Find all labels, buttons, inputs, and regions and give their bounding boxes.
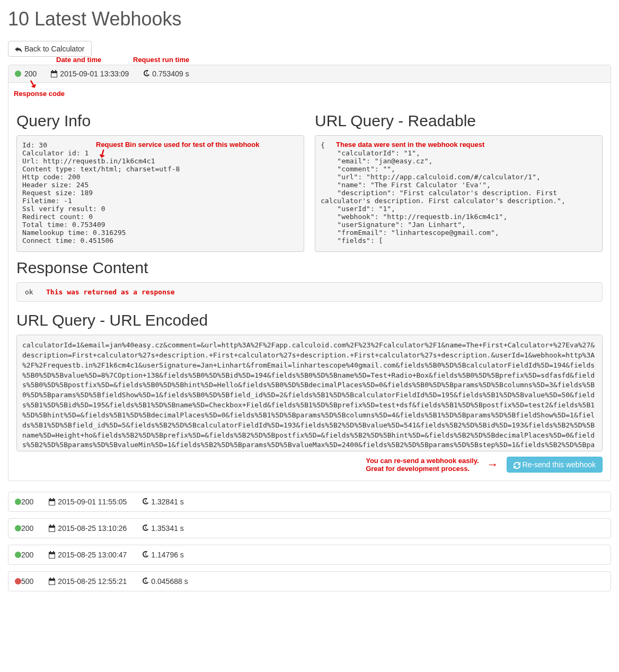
url-encoded-heading: URL Query - URL Encoded xyxy=(16,311,603,329)
annotation-request-bin: Request Bin service used for test of thi… xyxy=(96,141,259,149)
query-info-textarea[interactable] xyxy=(16,135,304,252)
status-dot-icon xyxy=(15,71,21,77)
arrow-right-icon: → xyxy=(487,458,499,472)
annotation-runtime: Request run time xyxy=(133,56,189,64)
annotation-datetime: Date and time xyxy=(56,56,101,64)
annotation-resend-2: Great for development process. xyxy=(366,465,479,473)
status-dot-icon xyxy=(15,578,21,584)
webhook-row[interactable]: 2002015-08-25 13:00:471.14796 s xyxy=(8,545,611,565)
history-icon xyxy=(142,525,149,532)
datetime-value: 2015-08-25 13:00:47 xyxy=(58,551,127,559)
annotation-response-code: Response code xyxy=(14,90,65,98)
webhook-row[interactable]: 5002015-08-25 12:55:210.045688 s xyxy=(8,571,611,591)
datetime-value: 2015-09-01 11:55:05 xyxy=(58,498,127,506)
url-readable-heading: URL Query - Readable xyxy=(315,112,603,130)
response-content-heading: Response Content xyxy=(16,259,603,277)
datetime-value: 2015-08-25 13:10:26 xyxy=(58,524,127,533)
status-dot-icon xyxy=(15,552,21,558)
calendar-icon xyxy=(50,70,58,77)
annotation-response: This was returned as a response xyxy=(46,288,175,296)
status-code: 200 xyxy=(21,498,33,506)
status-code: 200 xyxy=(21,551,33,559)
response-content-box: ok This was returned as a response xyxy=(16,282,603,302)
status-code: 500 xyxy=(21,577,33,586)
annotation-resend-1: You can re-send a webhook easily. xyxy=(366,457,479,465)
webhook-row[interactable]: 2002015-08-25 13:10:261.35341 s xyxy=(8,518,611,538)
annotation-data-sent: These data were sent in the webhook requ… xyxy=(336,141,484,149)
runtime-value: 0.753409 s xyxy=(152,69,189,78)
reply-icon xyxy=(15,46,22,53)
resend-webhook-button[interactable]: Re-send this webhook xyxy=(507,457,603,473)
url-encoded-textarea[interactable]: calculatorId=1&email=jan%40easy.cz&comme… xyxy=(16,335,603,451)
panel-body: Query Info Request Bin service used for … xyxy=(8,83,611,481)
history-icon xyxy=(142,551,149,558)
runtime-value: 0.045688 s xyxy=(151,577,188,586)
calendar-icon xyxy=(48,551,56,558)
history-icon xyxy=(142,578,149,585)
calendar-icon xyxy=(48,498,56,505)
status-dot-icon xyxy=(15,525,21,531)
query-info-heading: Query Info xyxy=(16,112,304,130)
runtime-value: 1.14796 s xyxy=(151,551,184,559)
status-code: 200 xyxy=(21,524,33,533)
response-text: ok xyxy=(25,288,33,296)
panel-heading[interactable]: Date and time Request run time 200 2015-… xyxy=(8,65,611,83)
page-title: 10 Latest Webhooks xyxy=(8,8,611,30)
datetime-value: 2015-09-01 13:33:09 xyxy=(60,69,129,78)
url-readable-textarea[interactable] xyxy=(315,135,603,252)
refresh-icon xyxy=(514,462,520,469)
runtime-value: 1.32841 s xyxy=(151,498,184,506)
history-icon xyxy=(143,70,150,77)
runtime-value: 1.35341 s xyxy=(151,524,184,533)
calendar-icon xyxy=(48,578,56,585)
datetime-value: 2015-08-25 12:55:21 xyxy=(58,577,127,586)
webhook-detail-panel: Date and time Request run time 200 2015-… xyxy=(8,65,611,481)
webhook-row[interactable]: 2002015-09-01 11:55:051.32841 s xyxy=(8,492,611,512)
status-dot-icon xyxy=(15,499,21,505)
history-icon xyxy=(142,498,149,505)
calendar-icon xyxy=(48,525,56,532)
back-button[interactable]: Back to Calculator xyxy=(8,41,92,57)
